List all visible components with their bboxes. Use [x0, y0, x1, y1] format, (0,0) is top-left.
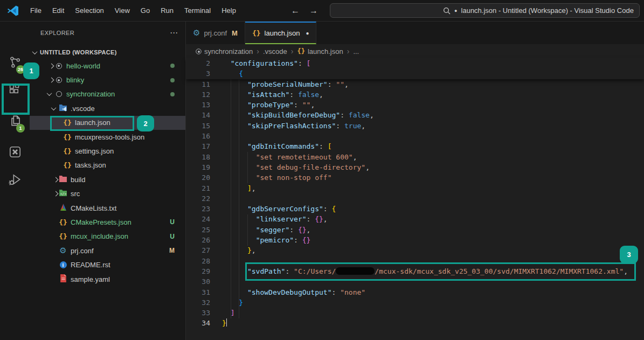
menu-edit[interactable]: Edit — [47, 4, 70, 17]
code-line-27[interactable]: 27 }, — [186, 245, 644, 255]
svg-text:</>: </> — [60, 192, 67, 196]
ring-icon — [196, 48, 201, 54]
chevron-down-icon — [32, 49, 38, 54]
tree-item-blinky[interactable]: blinky — [30, 73, 185, 87]
tree-item--vscode[interactable]: .vscode — [30, 101, 185, 115]
tab-launch-json[interactable]: {}launch.json● — [245, 22, 316, 44]
menu-view[interactable]: View — [109, 4, 135, 17]
tree-item-readme-rst[interactable]: iREADME.rst — [30, 258, 185, 272]
activity-item-extensions[interactable] — [0, 76, 30, 102]
code-line-19[interactable]: 19 "set debug-file-directory", — [186, 162, 644, 172]
line-content: } — [210, 297, 243, 308]
code-line-22[interactable]: 22 — [186, 193, 644, 204]
json-icon: {} — [252, 29, 261, 37]
menu-help[interactable]: Help — [216, 4, 241, 17]
command-center-search[interactable]: ● launch.json - Untitled (Workspace) - V… — [330, 3, 640, 18]
line-content: "segger": {}, — [210, 225, 310, 235]
code-line-34[interactable]: 34} — [186, 318, 644, 328]
activity-item-documents[interactable]: 1 — [0, 108, 30, 134]
code-line-25[interactable]: 25 "segger": {}, — [186, 225, 644, 235]
line-number: 30 — [186, 276, 210, 287]
tree-item-synchronization[interactable]: synchronization — [30, 87, 185, 101]
tree-item-tasks-json[interactable]: {}tasks.json — [30, 158, 185, 172]
code-view[interactable]: 11 "probeSerialNumber": "",12 "isAttach"… — [186, 79, 644, 329]
tab-prj-conf[interactable]: ⚙prj.confM — [186, 22, 245, 44]
tree-item-src[interactable]: </>src — [30, 187, 185, 201]
code-line-17[interactable]: 17 "gdbInitCommands": [ — [186, 141, 644, 151]
file-tree: hello-worldblinkysynchronization.vscode{… — [30, 59, 185, 286]
line-number: 23 — [186, 204, 210, 214]
line-content: "gdbInitCommands": [ — [210, 141, 332, 151]
code-line-24[interactable]: 24 "linkserver": {}, — [186, 214, 644, 224]
tree-item-cmakepresets-json[interactable]: {}CMakePresets.jsonU — [30, 215, 185, 229]
tree-item-hello-world[interactable]: hello-world — [30, 59, 185, 73]
breadcrumb[interactable]: synchronization›.vscode›{}launch.json›..… — [186, 44, 644, 58]
breadcrumb-separator-icon: › — [257, 47, 259, 55]
code-line-2[interactable]: 2 "configurations": [ — [186, 58, 644, 68]
breadcrumb-item[interactable]: ... — [353, 47, 359, 55]
code-line-29[interactable]: 29 "svdPath": "C:/Users//mcux-sdk/mcux_s… — [186, 266, 644, 276]
menu-terminal[interactable]: Terminal — [179, 4, 216, 17]
tree-item-launch-json[interactable]: {}launch.json — [30, 116, 185, 130]
tree-item-cmakelists-txt[interactable]: CMakeLists.txt — [30, 201, 185, 215]
code-line-20[interactable]: 20 "set non-stop off" — [186, 172, 644, 183]
code-line-16[interactable]: 16 — [186, 131, 644, 141]
vscode-logo-icon — [6, 4, 19, 17]
code-line-3[interactable]: 3 { — [186, 68, 644, 79]
json-icon: {} — [59, 218, 67, 226]
workspace-root-row[interactable]: UNTITLED (WORKSPACE) — [30, 46, 185, 58]
code-line-30[interactable]: 30 — [186, 276, 644, 287]
tree-item-mcux-include-json[interactable]: {}mcux_include.jsonU — [30, 230, 185, 244]
code-line-21[interactable]: 21 ], — [186, 183, 644, 193]
breadcrumb-item[interactable]: {}launch.json — [297, 47, 343, 55]
tree-item-label: prj.conf — [71, 247, 94, 255]
breadcrumb-item[interactable]: synchronization — [196, 47, 253, 55]
line-number: 11 — [186, 79, 210, 89]
activity-item-x-box[interactable] — [0, 139, 30, 165]
menu-go[interactable]: Go — [135, 4, 155, 17]
code-line-31[interactable]: 31 "showDevDebugOutput": "none" — [186, 287, 644, 297]
code-line-15[interactable]: 15 "skipPreFlashActions": true, — [186, 121, 644, 131]
code-line-32[interactable]: 32 } — [186, 297, 644, 308]
code-line-13[interactable]: 13 "probeType": "", — [186, 100, 644, 110]
breadcrumb-separator-icon: › — [291, 47, 294, 55]
tree-item-settings-json[interactable]: {}settings.json — [30, 144, 185, 158]
line-content: "gdbServerConfigs": { — [210, 204, 336, 214]
code-line-18[interactable]: 18 "set remotetimeout 600", — [186, 152, 644, 162]
extensions-icon — [8, 82, 22, 96]
tab-dirty-dot-icon[interactable]: ● — [306, 30, 309, 36]
git-status-badge: U — [170, 218, 175, 226]
tree-item-build[interactable]: build — [30, 172, 185, 186]
line-number: 32 — [186, 297, 210, 308]
menu-selection[interactable]: Selection — [70, 4, 109, 17]
code-line-14[interactable]: 14 "skipBuildBeforeDebug": false, — [186, 110, 644, 120]
tab-label: launch.json — [265, 29, 300, 37]
code-line-11[interactable]: 11 "probeSerialNumber": "", — [186, 79, 644, 89]
tree-item-sample-yaml[interactable]: sample.yaml — [30, 272, 185, 286]
line-number: 2 — [186, 58, 210, 68]
line-number: 15 — [186, 121, 210, 131]
code-line-12[interactable]: 12 "isAttach": false, — [186, 89, 644, 100]
code-line-23[interactable]: 23 "gdbServerConfigs": { — [186, 204, 644, 214]
code-line-28[interactable]: 28 — [186, 256, 644, 266]
more-actions-icon[interactable]: ⋯ — [170, 28, 178, 38]
forward-arrow-icon[interactable]: → — [309, 6, 318, 16]
info-icon: i — [60, 261, 67, 268]
tab-modified-badge: M — [232, 29, 238, 37]
menu-file[interactable]: File — [25, 4, 47, 17]
folder-build-icon — [59, 175, 67, 184]
breadcrumb-item[interactable]: .vscode — [263, 47, 287, 55]
tree-item-label: CMakeLists.txt — [71, 204, 116, 212]
cmake-icon — [59, 203, 67, 213]
code-line-33[interactable]: 33 ] — [186, 308, 644, 318]
tree-item-label: hello-world — [66, 62, 100, 70]
window-title: launch.json - Untitled (Workspace) - Vis… — [461, 6, 634, 15]
tree-item-prj-conf[interactable]: ⚙prj.confM — [30, 244, 185, 258]
tree-item-mcuxpresso-tools-json[interactable]: {}mcuxpresso-tools.json — [30, 130, 185, 144]
tab-label: prj.conf — [204, 29, 227, 37]
back-arrow-icon[interactable]: ← — [291, 6, 300, 16]
menu-run[interactable]: Run — [155, 4, 179, 17]
activity-item-debug[interactable] — [0, 166, 30, 192]
code-line-26[interactable]: 26 "pemicro": {} — [186, 235, 644, 245]
line-content: }, — [210, 245, 256, 255]
